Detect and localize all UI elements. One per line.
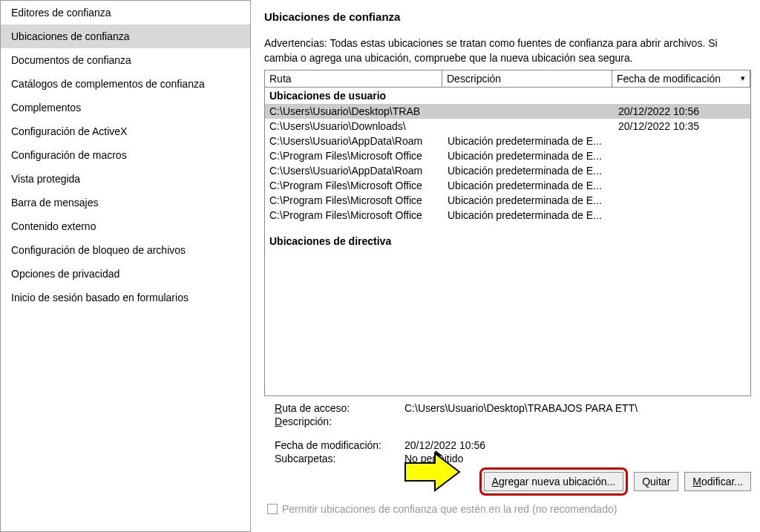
- sidebar-item-protected-view[interactable]: Vista protegida: [1, 167, 250, 191]
- section-policy-locations: Ubicaciones de directiva: [265, 233, 750, 249]
- modify-button[interactable]: Modificar...: [684, 472, 751, 491]
- button-row: Agregar nueva ubicación... Quitar Modifi…: [275, 467, 751, 496]
- sidebar-item-form-signin[interactable]: Inicio de sesión basado en formularios: [1, 286, 250, 309]
- sidebar-item-external-content[interactable]: Contenido externo: [1, 214, 250, 238]
- header-path[interactable]: Ruta: [264, 70, 442, 88]
- main-panel: Ubicaciones de confianza Advertencias: T…: [251, 0, 760, 532]
- table-row[interactable]: C:\Users\Usuario\AppData\Roam Ubicación …: [265, 163, 750, 178]
- detail-path-value: C:\Users\Usuario\Desktop\TRABAJOS PARA E…: [404, 402, 638, 414]
- header-date[interactable]: Fecha de modificación: [612, 70, 750, 88]
- allow-network-row: Permitir ubicaciones de confianza que es…: [264, 496, 751, 515]
- detail-subfolders-value: No permitido: [404, 453, 463, 464]
- sidebar-item-file-block[interactable]: Configuración de bloqueo de archivos: [1, 238, 250, 262]
- table-row[interactable]: C:\Program Files\Microsoft Office Ubicac…: [265, 178, 750, 193]
- sidebar-item-addin-catalogs[interactable]: Catálogos de complementos de confianza: [1, 72, 250, 96]
- detail-date-label: Fecha de modificación:: [275, 439, 404, 451]
- table-row[interactable]: C:\Users\Usuario\Desktop\TRAB 20/12/2022…: [265, 104, 750, 119]
- sidebar-item-trusted-publishers[interactable]: Editores de confianza: [1, 1, 250, 24]
- remove-button[interactable]: Quitar: [634, 472, 678, 491]
- detail-date-value: 20/12/2022 10:56: [404, 439, 485, 451]
- table-row[interactable]: C:\Program Files\Microsoft Office Ubicac…: [265, 208, 750, 223]
- details-area: Ruta de acceso: C:\Users\Usuario\Desktop…: [264, 396, 751, 496]
- highlight-box: Agregar nueva ubicación...: [479, 467, 629, 496]
- sidebar-item-activex[interactable]: Configuración de ActiveX: [1, 119, 250, 143]
- sidebar-item-trusted-locations[interactable]: Ubicaciones de confianza: [1, 24, 250, 48]
- table-row[interactable]: C:\Users\Usuario\AppData\Roam Ubicación …: [265, 134, 750, 148]
- section-user-locations: Ubicaciones de usuario: [265, 88, 750, 104]
- sidebar-item-addins[interactable]: Complementos: [1, 96, 250, 119]
- table-row[interactable]: C:\Users\Usuario\Downloads\ 20/12/2022 1…: [265, 119, 750, 134]
- grid-header: Ruta Descripción Fecha de modificación: [265, 70, 750, 88]
- warning-text: Advertencias: Todas estas ubicaciones se…: [264, 36, 751, 65]
- table-row[interactable]: C:\Program Files\Microsoft Office Ubicac…: [265, 148, 750, 163]
- sidebar-item-trusted-documents[interactable]: Documentos de confianza: [1, 48, 250, 72]
- detail-path-label: Ruta de acceso:: [275, 402, 404, 414]
- detail-desc-label: Descripción:: [275, 416, 404, 427]
- sidebar-item-macros[interactable]: Configuración de macros: [1, 143, 250, 167]
- sidebar-item-message-bar[interactable]: Barra de mensajes: [1, 191, 250, 214]
- table-row[interactable]: C:\Program Files\Microsoft Office Ubicac…: [265, 193, 750, 208]
- allow-network-label: Permitir ubicaciones de confianza que es…: [282, 503, 617, 515]
- allow-network-checkbox[interactable]: [267, 504, 278, 514]
- add-location-button[interactable]: Agregar nueva ubicación...: [484, 472, 624, 491]
- sidebar-item-privacy[interactable]: Opciones de privacidad: [1, 262, 250, 286]
- locations-grid: Ruta Descripción Fecha de modificación U…: [264, 70, 751, 396]
- sidebar: Editores de confianza Ubicaciones de con…: [0, 0, 251, 532]
- header-desc[interactable]: Descripción: [442, 70, 612, 88]
- detail-subfolders-label: Subcarpetas:: [275, 453, 404, 464]
- page-title: Ubicaciones de confianza: [264, 0, 751, 36]
